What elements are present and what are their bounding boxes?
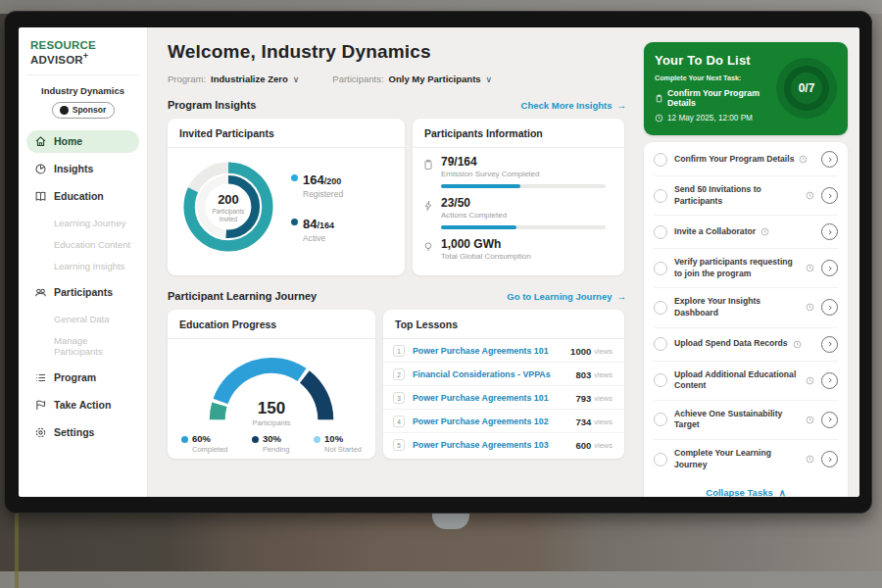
lesson-views-suffix: views [594, 347, 612, 356]
sidebar-item-take-action[interactable]: Take Action [26, 394, 139, 416]
todo-progress-value: 0/7 [799, 81, 815, 95]
education-card-title: Education Progress [168, 310, 375, 339]
task-row-achieve-target[interactable]: Achieve One Sustainability Target [654, 401, 838, 440]
chevron-right-icon [826, 228, 834, 236]
emission-survey-progress-fill [441, 184, 520, 188]
clock-icon [806, 455, 814, 464]
pending-pct: 30% [263, 433, 290, 444]
task-checkbox[interactable] [654, 189, 667, 203]
task-row-upload-spend-data[interactable]: Upload Spend Data Records [654, 328, 838, 362]
task-open-button[interactable] [821, 260, 838, 276]
sidebar-item-insights[interactable]: Insights [26, 158, 139, 180]
participants-information-card: Participants Information 79/164 Emission… [413, 119, 624, 275]
task-label: Verify participants requesting to join t… [674, 257, 801, 279]
sidebar-item-learning-journey[interactable]: Learning Journey [26, 213, 139, 233]
todo-subtitle: Complete Your Next Task: [655, 74, 770, 82]
lesson-link[interactable]: Power Purchase Agreements 102 [413, 416, 575, 426]
task-label: Confirm Your Program Details [674, 154, 794, 166]
task-row-invite-collaborator[interactable]: Invite a Collaborator [654, 216, 838, 249]
task-checkbox[interactable] [654, 262, 667, 275]
sidebar-item-education[interactable]: Education [26, 185, 139, 208]
filters-row: Program: Industrialize Zero ∨ Participan… [168, 74, 626, 84]
check-more-insights-link[interactable]: Check More Insights → [521, 100, 626, 111]
task-open-button[interactable] [821, 336, 838, 353]
global-consumption-label: Total Global Consumption [441, 252, 612, 261]
lesson-rank: 3 [393, 392, 405, 404]
active-value: 84 [303, 217, 317, 231]
task-checkbox[interactable] [654, 453, 667, 466]
todo-next-task: Confirm Your Program Details [655, 88, 770, 108]
sidebar-item-participants[interactable]: Participants [26, 281, 139, 304]
gear-icon [34, 426, 47, 439]
task-row-explore-insights[interactable]: Explore Your Insights Dashboard [654, 288, 838, 327]
pending-label: Pending [263, 445, 290, 454]
todo-progress-ring: 0/7 [784, 66, 829, 111]
lesson-link[interactable]: Financial Considerations - VPPAs [413, 369, 575, 379]
task-checkbox[interactable] [654, 413, 667, 426]
stat-emission-survey: 79/164 Emission Survey Completed [422, 155, 612, 178]
check-more-insights-label: Check More Insights [521, 100, 612, 111]
actions-completed-value: 23/50 [441, 196, 612, 210]
task-open-button[interactable] [821, 187, 838, 204]
lesson-link[interactable]: Power Purchase Agreements 101 [413, 393, 575, 403]
sponsor-label: Sponsor [73, 105, 106, 115]
todo-due-date: 12 May 2025, 12:00 PM [655, 114, 770, 122]
task-checkbox[interactable] [654, 301, 667, 315]
task-checkbox[interactable] [654, 153, 667, 167]
active-dot-icon [291, 219, 298, 225]
task-checkbox[interactable] [654, 337, 667, 351]
global-consumption-value: 1,000 GWh [441, 237, 612, 251]
todo-summary-text: Your To Do List Complete Your Next Task:… [655, 53, 770, 122]
task-row-upload-educational-content[interactable]: Upload Additional Educational Content [654, 362, 838, 401]
task-checkbox[interactable] [654, 225, 667, 239]
task-open-button[interactable] [821, 299, 838, 316]
go-to-learning-journey-link[interactable]: Go to Learning Journey → [507, 291, 626, 302]
sidebar-item-manage-participants[interactable]: Manage Participants [26, 330, 139, 362]
sidebar-item-label: Home [54, 135, 82, 147]
section-title-program-insights: Program Insights [168, 99, 256, 111]
program-insights-header: Program Insights Check More Insights → [168, 99, 626, 111]
task-row-confirm-program[interactable]: Confirm Your Program Details [654, 143, 838, 176]
chevron-right-icon [826, 156, 834, 164]
task-open-button[interactable] [821, 451, 838, 467]
active-total: /164 [317, 220, 334, 230]
lesson-link[interactable]: Power Purchase Agreements 101 [413, 346, 570, 356]
sidebar-item-program[interactable]: Program [26, 367, 139, 389]
sidebar-item-settings[interactable]: Settings [26, 421, 139, 444]
task-row-send-invitations[interactable]: Send 50 Invitations to Participants [654, 176, 838, 216]
lesson-views-suffix: views [594, 370, 612, 379]
actions-completed-progressbar [441, 225, 606, 229]
program-select-value: Industrialize Zero [211, 74, 288, 84]
education-participants-count: 150 [198, 399, 345, 418]
logo-text-advisor: ADVISOR [30, 54, 83, 66]
lesson-rank: 1 [393, 345, 405, 357]
chevron-right-icon [826, 416, 834, 423]
sidebar-item-general-data[interactable]: General Data [26, 309, 139, 329]
task-row-complete-learning-journey[interactable]: Complete Your Learning Journey [654, 440, 838, 478]
sidebar-item-home[interactable]: Home [26, 130, 139, 153]
task-checkbox[interactable] [654, 373, 667, 387]
collapse-tasks-link[interactable]: Collapse Tasks ∧ [654, 478, 838, 497]
lesson-views-suffix: views [594, 417, 612, 426]
sidebar-item-education-content[interactable]: Education Content [26, 234, 139, 255]
task-open-button[interactable] [821, 151, 838, 168]
invited-participants-card: Invited Participants 200 [168, 119, 405, 275]
invited-center-line2: Invited [220, 216, 238, 222]
todo-tasks-card: Confirm Your Program Details Send 50 Inv… [644, 142, 848, 497]
task-open-button[interactable] [821, 372, 838, 389]
chevron-right-icon [826, 304, 834, 312]
lesson-row: 4 Power Purchase Agreements 102 734 view… [383, 410, 624, 433]
task-open-button[interactable] [821, 223, 838, 240]
task-open-button[interactable] [821, 412, 838, 428]
sidebar-item-learning-insights[interactable]: Learning Insights [26, 256, 139, 276]
lesson-link[interactable]: Power Purchase Agreements 103 [413, 440, 575, 450]
invited-donut-chart: 200 Participants Invited [177, 156, 279, 258]
page-title: Welcome, Industry Dynamics [168, 41, 626, 63]
participants-select[interactable]: Participants: Only My Participants ∨ [332, 74, 492, 84]
task-row-verify-participants[interactable]: Verify participants requesting to join t… [654, 249, 838, 288]
task-label: Achieve One Sustainability Target [674, 409, 801, 431]
program-select[interactable]: Program: Industrialize Zero ∨ [168, 74, 299, 84]
sidebar-item-label: Program [54, 371, 96, 383]
clipboard-icon [422, 159, 434, 171]
emission-survey-value: 79/164 [441, 155, 612, 169]
